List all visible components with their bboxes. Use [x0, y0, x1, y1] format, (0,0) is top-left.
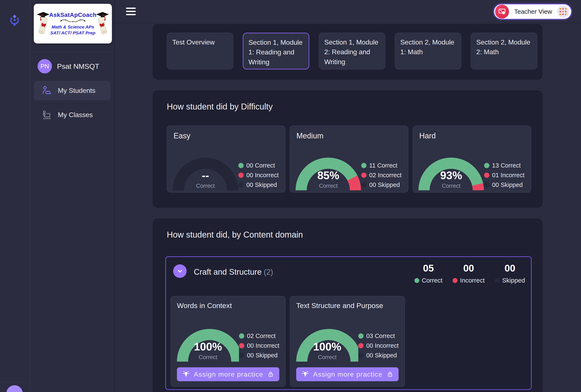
easy-gauge: -- Correct	[173, 158, 238, 191]
gauge-caption: Correct	[296, 354, 358, 361]
difficulty-card-medium: Medium 85% Correct 11 Correct 02 Incorre…	[290, 125, 408, 193]
gauge-value: 100%	[296, 340, 358, 353]
correct-dot	[361, 163, 366, 168]
assign-more-practice-button[interactable]: Assign more practice	[177, 367, 279, 381]
diploma-cap-icon-right	[95, 10, 110, 37]
tab-s1m1-reading-writing[interactable]: Section 1, Module 1: Reading and Writing	[243, 33, 309, 69]
skill-card-text-structure-purpose: Text Structure and Purpose 100% Correct …	[290, 296, 405, 387]
difficulty-section-title: How student did by Difficulty	[167, 102, 273, 111]
difficulty-card-easy: Easy -- Correct 00 Correct 00 Incorrect …	[167, 125, 286, 193]
skill-title: Words in Context	[177, 302, 279, 310]
tab-test-overview[interactable]: Test Overview	[167, 33, 233, 69]
sidebar: AskSatApCoach Math & Science APs SAT/ AC…	[30, 0, 115, 392]
skipped-count: 00	[504, 263, 515, 274]
skill-legend: 03 Correct 00 Incorrect 00 Skipped	[358, 333, 398, 359]
teacher-presenter-icon	[495, 5, 509, 18]
chevron-down-icon	[176, 268, 184, 275]
module-tabs-panel: Test Overview Section 1, Module 1: Readi…	[153, 24, 542, 80]
flourish-icon	[59, 19, 86, 24]
domain-group-title: Craft and Structure (2)	[194, 268, 273, 277]
student-name: Psat NMSQT	[57, 62, 99, 70]
lightbulb-icon	[302, 371, 309, 378]
difficulty-section: How student did by Difficulty Easy -- Co…	[153, 90, 542, 208]
incorrect-dot	[453, 278, 458, 283]
gauge-value: 93%	[418, 169, 484, 182]
incorrect-dot	[361, 173, 366, 178]
brand-subtitle-2: SAT/ ACT/ PSAT Prep	[50, 30, 95, 36]
card-title: Easy	[174, 131, 279, 140]
rail-profile-avatar[interactable]	[6, 385, 23, 392]
gauge-value: --	[173, 169, 238, 182]
main-area: Teacher View Test Overview Section 1, Mo…	[115, 0, 581, 392]
skipped-dot	[484, 182, 489, 188]
incorrect-dot	[238, 173, 244, 178]
hard-legend: 13 Correct 01 Incorrect 00 Skipped	[484, 162, 524, 188]
skipped-dot	[361, 182, 366, 188]
menu-toggle-icon[interactable]	[126, 7, 136, 15]
sidebar-item-my-students[interactable]: My Students	[34, 81, 110, 100]
card-title: Hard	[419, 131, 524, 140]
correct-dot	[358, 333, 364, 339]
correct-dot	[238, 163, 244, 168]
brand-title: AskSatApCoach	[49, 11, 96, 18]
rail-divider	[0, 382, 30, 382]
domain-group-count: (2)	[264, 268, 273, 276]
current-student[interactable]: PN Psat NMSQT	[34, 57, 111, 75]
collapse-toggle-button[interactable]	[173, 264, 187, 278]
left-rail	[0, 0, 30, 392]
skill-title: Text Structure and Purpose	[296, 302, 398, 310]
teacher-view-button[interactable]: Teacher View	[494, 4, 572, 19]
medium-legend: 11 Correct 02 Incorrect 00 Skipped	[361, 162, 402, 188]
gauge-caption: Correct	[177, 354, 239, 361]
domain-group-stats: 05 Correct 00 Incorrect 00 Skipped	[414, 263, 525, 284]
skipped-dot	[239, 353, 244, 358]
incorrect-count: 00	[463, 263, 474, 274]
tab-s1m2-reading-writing[interactable]: Section 1, Module 2: Reading and Writing	[319, 33, 385, 69]
gauge-value: 100%	[177, 340, 239, 353]
content-domain-section-title: How student did, by Content domain	[167, 230, 303, 239]
card-title: Medium	[296, 131, 402, 140]
content-domain-section: How student did, by Content domain Craft…	[153, 218, 542, 392]
student-avatar: PN	[38, 59, 52, 73]
skill-gauge: 100% Correct	[177, 329, 239, 362]
gauge-caption: Correct	[418, 183, 484, 189]
assign-more-practice-button[interactable]: Assign more practice	[296, 367, 398, 381]
correct-dot	[484, 163, 489, 168]
brand-subtitle-1: Math & Science APs	[52, 24, 94, 30]
content: Test Overview Section 1, Module 1: Readi…	[153, 23, 542, 392]
tab-s2m2-math[interactable]: Section 2, Module 2: Math	[471, 33, 537, 69]
diploma-cap-icon-left	[36, 10, 51, 37]
classroom-icon	[42, 110, 52, 120]
incorrect-dot	[484, 173, 489, 178]
skill-card-words-in-context: Words in Context 100% Correct 02 Correct…	[170, 296, 286, 387]
lightbulb-icon	[182, 371, 190, 378]
hard-gauge: 93% Correct	[418, 158, 484, 191]
skill-gauge: 100% Correct	[296, 329, 358, 362]
gauge-caption: Correct	[296, 183, 361, 189]
skipped-dot	[495, 278, 500, 283]
top-bar: Teacher View	[115, 0, 581, 23]
skill-legend: 02 Correct 00 Incorrect 00 Skipped	[239, 333, 279, 359]
skipped-dot	[358, 353, 364, 358]
tab-s2m1-math[interactable]: Section 2, Module 1: Math	[395, 33, 461, 69]
sidebar-item-label: My Students	[58, 87, 96, 94]
gauge-value: 85%	[296, 169, 361, 182]
brand-logo: AskSatApCoach Math & Science APs SAT/ AC…	[34, 4, 112, 43]
correct-dot	[239, 333, 244, 339]
teacher-view-label: Teacher View	[513, 8, 553, 15]
incorrect-dot	[358, 343, 364, 348]
lock-icon	[387, 371, 393, 378]
sidebar-item-my-classes[interactable]: My Classes	[34, 105, 110, 124]
medium-gauge: 85% Correct	[296, 158, 361, 191]
craft-and-structure-panel: Craft and Structure (2) 05 Correct 00 In…	[165, 256, 532, 390]
spark-icon[interactable]	[8, 14, 21, 26]
correct-count: 05	[423, 263, 434, 274]
correct-dot	[414, 278, 419, 283]
skipped-dot	[238, 182, 244, 188]
sidebar-divider	[30, 51, 114, 51]
student-laptop-icon	[42, 86, 52, 95]
sidebar-item-label: My Classes	[58, 111, 93, 119]
gauge-caption: Correct	[173, 183, 238, 189]
apps-grid-icon[interactable]	[557, 6, 569, 17]
incorrect-dot	[239, 343, 244, 348]
